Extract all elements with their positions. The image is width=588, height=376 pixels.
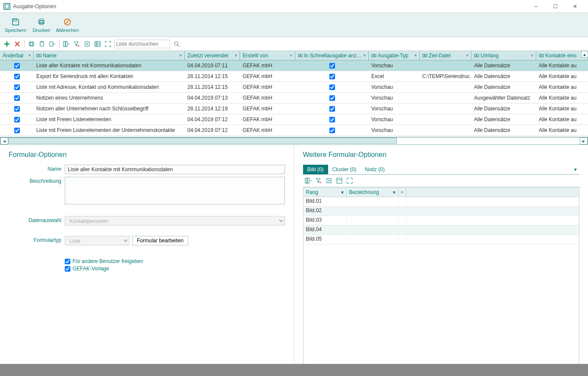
filter-icon[interactable]: ▾	[180, 53, 182, 58]
sub-filter-clear-button[interactable]	[314, 176, 323, 185]
filter-icon[interactable]: ▾	[341, 189, 344, 195]
close-button[interactable]: ✕	[565, 0, 585, 13]
svg-rect-11	[41, 41, 43, 42]
datenauswahl-select[interactable]: Kontaktpersonen	[65, 216, 285, 226]
formular-bearbeiten-button[interactable]: Formular bearbeiten	[132, 236, 188, 245]
columns-button[interactable]	[62, 40, 71, 48]
scroll-thumb[interactable]	[8, 138, 397, 144]
col-name[interactable]: Name▾	[34, 51, 185, 60]
cell-erstellt: GEFAK mbH	[240, 94, 295, 102]
col-schnell[interactable]: In Schnellausgabe anzeig...▾	[295, 51, 369, 60]
cancel-button[interactable]: Abbrechen	[54, 13, 80, 37]
table-row[interactable]: Notizen aller Unternehmen nach Schlüssel…	[0, 103, 588, 114]
table-row[interactable]: Export für Seriendruck mit allen Kontakt…	[0, 71, 588, 82]
export-excel-button[interactable]	[83, 40, 92, 48]
formulartyp-select[interactable]: Liste	[65, 236, 130, 245]
filter-icon[interactable]: ▾	[466, 53, 468, 58]
add-button[interactable]	[3, 40, 11, 48]
filter-icon[interactable]: ▾	[28, 53, 31, 58]
table-row[interactable]: Notizen eines Unternehmens04.04.2019 07:…	[0, 93, 588, 103]
schnell-checkbox[interactable]	[329, 95, 335, 101]
fullscreen-button[interactable]	[104, 40, 112, 48]
sub-grid: Rang▾ Bezeichnung▾ Bild.01Bild.02Bild.03…	[303, 187, 580, 376]
aenderbar-checkbox[interactable]	[14, 85, 20, 90]
delete-button[interactable]	[13, 40, 22, 48]
aenderbar-checkbox[interactable]	[14, 128, 20, 133]
share-checkbox[interactable]	[65, 259, 70, 264]
list-item[interactable]: Bild.02	[303, 207, 579, 216]
sub-col-extra[interactable]	[398, 188, 406, 197]
schnell-checkbox[interactable]	[329, 117, 335, 122]
schnell-checkbox[interactable]	[329, 128, 335, 133]
print-button[interactable]: Drucken	[28, 13, 54, 37]
filter-icon[interactable]: ▾	[393, 189, 395, 195]
list-item[interactable]: Bild.03	[303, 216, 579, 226]
col-kontakte[interactable]: Kontakte eins	[536, 51, 588, 60]
tab-notiz[interactable]: Notiz (0)	[361, 165, 389, 174]
clipboard-dropdown[interactable]	[48, 40, 57, 48]
aenderbar-checkbox[interactable]	[14, 74, 20, 79]
sub-grid-button[interactable]	[335, 176, 344, 185]
col-umfang[interactable]: Umfang▾	[471, 51, 536, 60]
table-row[interactable]: Liste mit Freien Listenelementen der Unt…	[0, 125, 588, 136]
list-item[interactable]: Bild.05	[303, 235, 579, 244]
gefak-checkbox[interactable]	[65, 266, 70, 272]
table-row[interactable]: Liste aller Kontakte mit Kommunikationsd…	[0, 60, 588, 71]
paste-button[interactable]	[38, 40, 46, 48]
sub-col-rang[interactable]: Rang▾	[303, 188, 347, 197]
table-row[interactable]: Liste mit Adresse, Kontakt und Kommunika…	[0, 82, 588, 93]
filter-icon[interactable]: ▾	[290, 53, 292, 58]
beschreibung-input[interactable]	[65, 177, 285, 204]
cell-rang: Bild.03	[303, 216, 347, 225]
sub-columns-button[interactable]	[304, 176, 313, 185]
cell-name: Liste mit Adresse, Kontakt und Kommunika…	[34, 83, 185, 91]
grid-view-button[interactable]	[93, 40, 102, 48]
cell-ziel	[420, 108, 471, 110]
save-button[interactable]: Speichern	[3, 13, 28, 37]
filter-icon[interactable]: ▾	[414, 53, 417, 58]
tab-cluster[interactable]: Cluster (0)	[328, 165, 361, 174]
horizontal-scrollbar[interactable]: ◂ ▸	[0, 137, 588, 145]
aenderbar-checkbox[interactable]	[14, 106, 20, 112]
tab-bild[interactable]: Bild (0)	[303, 165, 328, 174]
col-erstellt[interactable]: Erstellt von▾	[240, 51, 295, 60]
maximize-button[interactable]: ☐	[546, 0, 565, 13]
minimize-button[interactable]: ─	[526, 0, 546, 13]
svg-rect-25	[298, 54, 300, 57]
schnell-checkbox[interactable]	[329, 85, 335, 90]
aenderbar-checkbox[interactable]	[14, 117, 20, 122]
schnell-checkbox[interactable]	[329, 74, 335, 79]
scroll-left-button[interactable]: ◂	[0, 138, 8, 144]
svg-rect-38	[542, 54, 544, 57]
filter-icon[interactable]: ▾	[364, 53, 366, 58]
search-icon[interactable]	[174, 41, 180, 47]
svg-rect-43	[337, 178, 342, 183]
filter-clear-button[interactable]	[73, 40, 81, 48]
sub-export-button[interactable]	[325, 176, 333, 185]
tab-dropdown-icon[interactable]: ▾	[572, 166, 579, 172]
filter-icon[interactable]: ▾	[531, 53, 533, 58]
filter-icon[interactable]: ▾	[235, 53, 237, 58]
scroll-right-button[interactable]: ▸	[580, 138, 588, 144]
aenderbar-checkbox[interactable]	[14, 63, 20, 69]
col-zuletzt[interactable]: Zuletzt verwendet▾	[185, 51, 240, 60]
table-row[interactable]: Liste mit Freien Listenelementen04.04.20…	[0, 114, 588, 125]
list-item[interactable]: Bild.01	[303, 197, 579, 207]
sub-col-bezeichnung[interactable]: Bezeichnung▾	[347, 188, 398, 197]
aenderbar-checkbox[interactable]	[14, 95, 20, 101]
col-ziel[interactable]: Ziel-Datei▾	[420, 51, 471, 60]
list-item[interactable]: Bild.04	[303, 226, 579, 235]
col-typ[interactable]: Ausgabe-Typ▾	[369, 51, 420, 60]
col-aenderbar[interactable]: Änderbar▾	[0, 51, 34, 60]
sub-fullscreen-button[interactable]	[345, 176, 354, 185]
gefak-label: GEFAK-Vorlage	[73, 266, 109, 272]
search-input[interactable]	[114, 40, 170, 48]
scroll-track[interactable]	[8, 138, 580, 144]
cell-typ: Excel	[369, 72, 420, 80]
scroll-up-button[interactable]: ▴	[581, 51, 588, 58]
schnell-checkbox[interactable]	[329, 106, 335, 112]
cell-bezeichnung	[347, 226, 398, 235]
name-input[interactable]	[65, 165, 285, 174]
copy-button[interactable]	[27, 40, 36, 48]
schnell-checkbox[interactable]	[329, 63, 335, 69]
